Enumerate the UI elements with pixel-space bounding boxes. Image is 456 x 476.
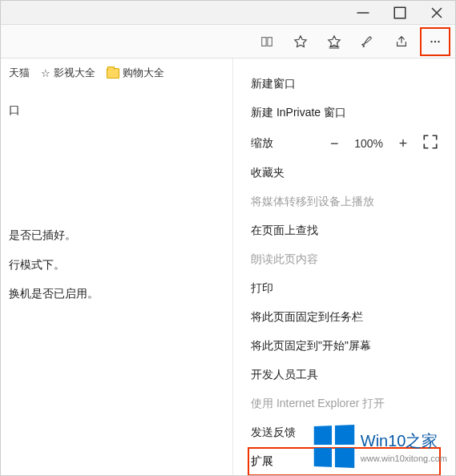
close-button[interactable] — [418, 1, 455, 25]
reading-view-icon[interactable] — [252, 27, 282, 56]
bookmark-item[interactable]: ☆ 影视大全 — [41, 66, 95, 80]
folder-icon — [107, 68, 119, 79]
zoom-in-button[interactable]: + — [396, 136, 410, 151]
settings-menu: 新建窗口 新建 InPrivate 窗口 缩放 − 100% + 收藏夹 将媒体… — [232, 58, 455, 476]
zoom-value: 100% — [354, 137, 383, 150]
more-menu-button[interactable] — [420, 27, 450, 56]
menu-pin-start[interactable]: 将此页固定到"开始"屏幕 — [233, 332, 455, 361]
menu-send-feedback[interactable]: 发送反馈 — [233, 418, 455, 447]
zoom-label: 缩放 — [251, 136, 273, 151]
menu-open-ie: 使用 Internet Explorer 打开 — [233, 389, 455, 418]
notes-pen-icon[interactable] — [353, 27, 383, 56]
bookmark-item[interactable]: 购物大全 — [107, 66, 164, 80]
menu-new-inprivate[interactable]: 新建 InPrivate 窗口 — [233, 99, 455, 127]
window-titlebar — [1, 1, 455, 25]
menu-dev-tools[interactable]: 开发人员工具 — [233, 361, 455, 389]
share-icon[interactable] — [386, 27, 417, 56]
content-line: 是否已插好。 — [9, 220, 99, 249]
minimize-button[interactable] — [345, 1, 381, 25]
content-line: 口 — [9, 95, 99, 124]
favorites-list-icon[interactable] — [319, 27, 349, 56]
bookmark-label: 天猫 — [9, 66, 30, 80]
content-line: 行模式下。 — [9, 250, 99, 279]
menu-extensions-highlight: 扩展 — [248, 447, 441, 476]
svg-point-3 — [438, 40, 439, 42]
svg-point-2 — [434, 40, 436, 42]
svg-rect-0 — [394, 7, 406, 18]
menu-new-window[interactable]: 新建窗口 — [233, 70, 455, 99]
menu-pin-taskbar[interactable]: 将此页面固定到任务栏 — [233, 303, 455, 332]
bookmark-item[interactable]: 天猫 — [9, 66, 30, 80]
browser-toolbar — [1, 25, 455, 58]
maximize-button[interactable] — [381, 1, 418, 25]
menu-extensions[interactable]: 扩展 — [251, 454, 273, 467]
menu-read-aloud: 朗读此页内容 — [233, 245, 455, 274]
bookmark-label: 购物大全 — [123, 66, 164, 80]
bookmark-label: 影视大全 — [54, 66, 95, 80]
zoom-out-button[interactable]: − — [327, 136, 341, 151]
favorite-star-icon[interactable] — [285, 27, 316, 56]
menu-zoom: 缩放 − 100% + — [233, 127, 455, 159]
fullscreen-button[interactable] — [423, 135, 438, 151]
content-line: 换机是否已启用。 — [9, 279, 99, 308]
svg-point-1 — [430, 40, 432, 42]
star-outline-icon: ☆ — [41, 67, 50, 79]
menu-favorites[interactable]: 收藏夹 — [233, 159, 455, 188]
menu-cast-media: 将媒体转移到设备上播放 — [233, 188, 455, 216]
menu-print[interactable]: 打印 — [233, 274, 455, 303]
page-content: 口 是否已插好。 行模式下。 换机是否已启用。 — [1, 87, 107, 317]
menu-find-on-page[interactable]: 在页面上查找 — [233, 216, 455, 245]
